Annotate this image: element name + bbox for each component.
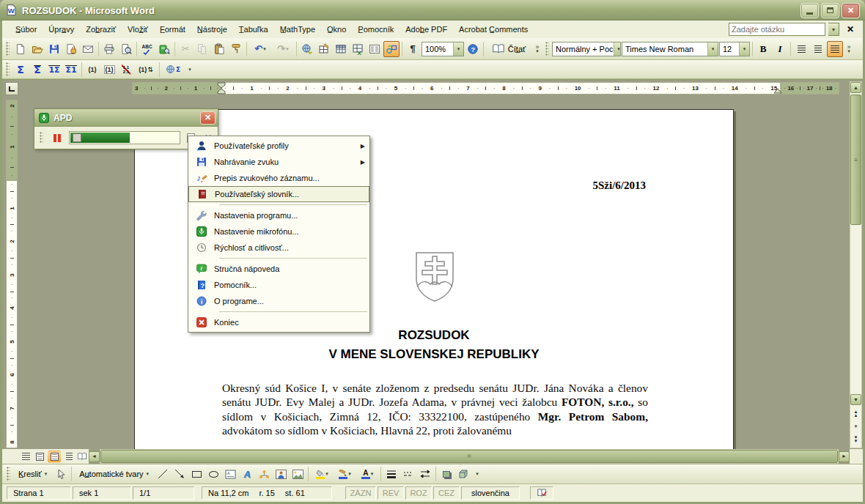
horizontal-scrollbar[interactable]: ≡ [100,449,839,464]
research-button[interactable] [156,41,172,57]
oval-button[interactable] [205,466,221,482]
paste-button[interactable] [211,41,227,57]
italic-button[interactable]: I [772,41,788,57]
display-equation-button[interactable]: Σ [29,62,45,78]
indent-markers[interactable] [216,82,227,94]
justify-button[interactable] [827,41,843,57]
redo-button[interactable]: ↷▾ [272,41,294,57]
toolbar-grip[interactable] [6,62,10,77]
menu-item-quick-help[interactable]: i Stručná nápoveda [188,261,369,277]
arrow-style-button[interactable] [417,466,433,482]
line-style-button[interactable] [383,466,400,482]
menu-mathtype[interactable]: M̲athType [274,22,321,37]
line-color-button[interactable]: ▾ [334,466,356,482]
insert-picture-button[interactable] [290,466,306,482]
show-hide-button[interactable]: ¶ [405,41,421,57]
tables-borders-button[interactable] [316,41,332,57]
email-button[interactable] [80,41,96,57]
menu-item-microphone-settings[interactable]: Nastavenie mikrofónu... [188,223,369,240]
menu-zobrazit[interactable]: Zob̲raziť [80,22,122,37]
read-button[interactable]: Čít̲ať [486,41,531,57]
status-flag-roz[interactable]: ROZ [405,486,432,500]
menu-format[interactable]: F̲ormát [154,22,191,37]
new-document-button[interactable] [12,41,29,57]
wordart-button[interactable]: A [239,466,255,482]
previous-page-button[interactable]: ▲▲ [851,410,861,418]
dash-style-button[interactable] [400,466,416,482]
status-language[interactable]: slovenčina [461,486,520,500]
zoom-combobox[interactable]: 100%▾ [422,42,464,56]
right-indent-marker[interactable] [773,87,782,94]
insert-diagram-button[interactable] [256,466,272,482]
menu-upravy[interactable]: Úpra̲vy [43,22,80,37]
update-equation-numbers-button[interactable]: 1.12.1 [118,62,134,78]
insert-equation-number-button[interactable]: (1) [84,62,100,78]
status-flag-cez[interactable]: CEZ [433,486,460,500]
zoom-dropdown-icon[interactable]: ▾ [453,42,463,56]
apd-pause-button[interactable] [48,130,66,146]
toolbar-grip[interactable] [545,42,549,56]
menu-item-about[interactable]: i O programe... [188,293,369,309]
menu-item-sound-recording[interactable]: Nahrávanie zvuku ▶ [188,154,369,170]
toolbar-options-chevron[interactable]: ▾ [185,61,195,78]
menu-item-transcription[interactable]: ♪ Prepis zvukového záznamu... [188,170,369,186]
copy-button[interactable] [194,41,210,57]
print-button[interactable] [101,41,117,57]
font-color-button[interactable]: A▾ [356,466,378,482]
menu-tabulka[interactable]: T̲abuľka [233,22,274,37]
line-button[interactable] [155,466,171,482]
status-flag-rev[interactable]: REV [378,486,404,500]
question-dropdown-icon[interactable]: ▾ [828,23,839,36]
font-size-dropdown-icon[interactable]: ▾ [739,42,749,56]
shadow-style-button[interactable] [438,466,454,482]
font-dropdown-icon[interactable]: ▾ [707,42,718,56]
menubar-close-icon[interactable]: ✕ [842,24,858,34]
maximize-button[interactable] [821,3,839,18]
menu-nastroje[interactable]: N̲ástroje [191,22,233,37]
menu-item-user-profiles[interactable]: Používateľské profily ▶ [188,138,369,154]
status-spellcheck[interactable] [530,486,553,500]
horizontal-ruler[interactable]: ··1··2··3··4··5··6··7··8··9··10··11··12·… [221,82,781,94]
vertical-ruler[interactable]: ··1··2··3··4··5··6··7··8 [6,180,18,448]
horizontal-ruler-left-margin[interactable]: 3··2··1·· [132,82,221,94]
cut-button[interactable]: ✂ [177,41,194,57]
insert-equation-reference-button[interactable]: (1) [101,62,117,78]
toolbar-options-chevron[interactable]: »▾ [532,40,542,58]
menu-item-speed-sensitivity[interactable]: Rýchlosť a citlivosť... [188,240,369,256]
fill-color-button[interactable]: ▾ [311,466,333,482]
menu-adobe-pdf[interactable]: Adob̲e PDF [400,22,453,37]
align-center-button[interactable] [810,41,826,57]
scroll-right-button[interactable]: ► [839,451,850,462]
menu-vlozit[interactable]: Vlož̲iť [122,22,154,37]
outline-view-button[interactable] [62,451,75,463]
export-to-mathpage-button[interactable]: Σ [162,62,184,78]
bold-button[interactable]: B [755,41,771,57]
toolbar-grip[interactable] [40,132,43,144]
menu-pomocnik[interactable]: P̲omocník [352,22,400,37]
autoshapes-menu-button[interactable]: Au̲tomatické tvary▾ [74,467,154,481]
apd-title-bar[interactable]: APD ✕ [34,109,218,127]
volume-slider-thumb[interactable] [73,133,81,142]
apd-close-button[interactable]: ✕ [200,111,216,125]
inline-equation-button[interactable]: Σ [12,62,29,78]
apd-volume-meter[interactable] [69,131,180,144]
print-preview-button[interactable] [118,41,134,57]
toolbar-grip[interactable] [7,467,10,481]
drawing-button[interactable] [383,41,400,57]
insert-hyperlink-button[interactable] [299,41,315,57]
tab-selector-button[interactable] [5,82,18,95]
undo-button[interactable]: ↶▾ [249,41,271,57]
menu-item-help[interactable]: ? Pomocník... [188,277,369,293]
horizontal-scroll-thumb[interactable]: ≡ [100,450,838,463]
permission-button[interactable] [63,41,79,57]
convert-equations-button[interactable]: (1)⇅ [135,62,157,78]
select-objects-button[interactable] [53,466,69,482]
scroll-down-button[interactable]: ▼ [850,394,861,405]
vertical-scroll-thumb[interactable]: ≡ [850,94,861,225]
open-button[interactable] [29,41,45,57]
next-page-button[interactable]: ▼▼ [851,436,861,443]
insert-clipart-button[interactable] [273,466,289,482]
right-numbered-equation-button[interactable]: Σ1 [63,62,79,78]
font-size-combobox[interactable]: 12▾ [719,42,750,56]
close-button[interactable]: ✕ [842,3,860,18]
